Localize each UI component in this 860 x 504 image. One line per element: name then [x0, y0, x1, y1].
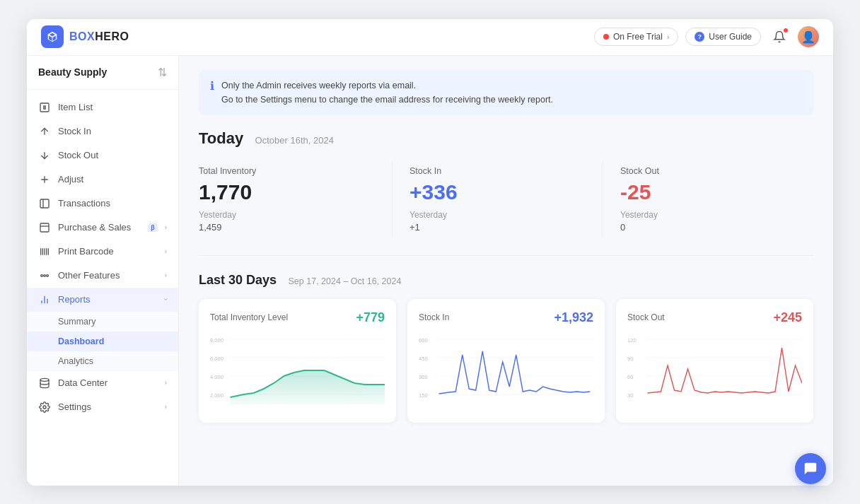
stock-in-label: Stock In: [409, 166, 586, 176]
chart2-area: 600 450 300 150: [419, 334, 593, 411]
chart1-title: Total Inventory Level: [210, 312, 288, 322]
sidebar-item-label: Data Center: [58, 377, 158, 388]
question-icon: ?: [695, 32, 704, 42]
chat-button[interactable]: [795, 453, 826, 484]
svg-text:6,000: 6,000: [210, 355, 224, 361]
svg-point-23: [40, 378, 49, 381]
trial-button[interactable]: On Free Trial ›: [594, 28, 678, 46]
last30-title: Last 30 Days: [199, 273, 277, 288]
svg-text:120: 120: [627, 336, 637, 343]
logo-icon: [41, 25, 64, 48]
sidebar-item-purchase-sales[interactable]: Purchase & Sales β ›: [27, 216, 178, 240]
svg-text:30: 30: [627, 392, 634, 398]
yesterday-label2: Yesterday: [409, 210, 586, 220]
stock-out-icon: [38, 149, 51, 162]
sidebar-item-label: Item List: [58, 102, 167, 112]
notification-button[interactable]: [768, 25, 791, 48]
sidebar-settings-icon[interactable]: ⇅: [158, 66, 167, 79]
chart1-area: 8,000 6,000 4,000 2,000: [210, 334, 385, 411]
chevron-down-icon: ›: [165, 271, 167, 279]
info-banner: ℹ Only the Admin receives weekly reports…: [199, 70, 813, 115]
svg-rect-10: [40, 223, 49, 232]
reports-icon: [38, 293, 51, 306]
sidebar-item-other-features[interactable]: Other Features ›: [27, 264, 178, 288]
sidebar-item-summary[interactable]: Summary: [27, 312, 178, 332]
data-icon: [38, 377, 51, 389]
list-icon: [38, 101, 51, 114]
sidebar-item-label: Stock Out: [58, 150, 167, 160]
sidebar-item-label: Transactions: [58, 198, 167, 209]
svg-text:150: 150: [419, 392, 428, 398]
yesterday-val2: +1: [409, 222, 586, 233]
svg-text:600: 600: [419, 336, 428, 343]
banner-text: Only the Admin receives weekly reports v…: [221, 78, 553, 107]
stat-stock-in: Stock In +336 Yesterday +1: [392, 160, 603, 238]
last30-header: Last 30 Days Sep 17, 2024 – Oct 16, 2024: [199, 273, 813, 288]
sidebar-item-label: Other Features: [58, 270, 158, 281]
sidebar-item-label: Adjust: [58, 174, 167, 184]
stock-in-icon: [38, 125, 51, 138]
charts-row: Total Inventory Level +779 8,000 6,000 4…: [199, 299, 813, 423]
stat-total-inventory: Total Inventory 1,770 Yesterday 1,459: [199, 160, 392, 238]
last30-range: Sep 17, 2024 – Oct 16, 2024: [289, 276, 402, 286]
chart2-header: Stock In +1,932: [419, 310, 593, 325]
barcode-icon: [38, 245, 51, 258]
chart1-header: Total Inventory Level +779: [210, 310, 385, 325]
sidebar-item-settings[interactable]: Settings ›: [27, 395, 178, 419]
total-inventory-value: 1,770: [199, 180, 375, 204]
sidebar-item-label: Purchase & Sales: [58, 222, 141, 233]
sidebar-item-label: Stock In: [58, 126, 167, 136]
sidebar-item-label: Settings: [58, 402, 158, 412]
reports-submenu: Summary Dashboard Analytics: [27, 312, 178, 371]
stats-row: Total Inventory 1,770 Yesterday 1,459 St…: [199, 160, 813, 256]
purchase-icon: [38, 221, 51, 234]
sidebar-item-data-center[interactable]: Data Center ›: [27, 371, 178, 395]
sidebar-item-adjust[interactable]: Adjust: [27, 168, 178, 192]
main-layout: Beauty Supply ⇅ Item List: [27, 56, 833, 486]
chart1-value: +779: [356, 310, 385, 325]
chart-stock-in: Stock In +1,932 600 450 300 150: [407, 299, 605, 423]
titlebar: BOXHERO On Free Trial › ? User Guide 👤: [27, 19, 833, 56]
svg-point-17: [44, 274, 46, 276]
chart-total-inventory: Total Inventory Level +779 8,000 6,000 4…: [199, 299, 396, 423]
svg-point-18: [41, 274, 43, 276]
sidebar-item-analytics[interactable]: Analytics: [27, 351, 178, 371]
banner-line2: Go to the Settings menu to change the em…: [221, 93, 553, 107]
sidebar-item-reports[interactable]: Reports ›: [27, 288, 178, 312]
sidebar-nav: Item List Stock In Stock Out: [27, 90, 178, 486]
other-icon: [38, 269, 51, 282]
titlebar-left: BOXHERO: [41, 25, 129, 48]
app-container: BOXHERO On Free Trial › ? User Guide 👤: [0, 0, 860, 504]
settings-icon: [38, 401, 51, 414]
stat-stock-out: Stock Out -25 Yesterday 0: [603, 160, 813, 238]
info-icon: ℹ: [210, 79, 214, 93]
today-title: Today: [199, 129, 243, 148]
notification-badge: [782, 27, 789, 34]
chart3-header: Stock Out +245: [627, 310, 802, 325]
sidebar-item-transactions[interactable]: Transactions: [27, 192, 178, 216]
yesterday-label3: Yesterday: [620, 210, 796, 220]
sidebar-item-stock-out[interactable]: Stock Out: [27, 143, 178, 168]
avatar[interactable]: 👤: [798, 26, 819, 47]
sidebar-item-stock-in[interactable]: Stock In: [27, 119, 178, 143]
sidebar-header: Beauty Supply ⇅: [27, 56, 178, 90]
svg-point-19: [47, 274, 49, 276]
titlebar-right: On Free Trial › ? User Guide 👤: [594, 25, 819, 48]
beta-badge: β: [148, 223, 158, 232]
sidebar-item-dashboard[interactable]: Dashboard: [27, 332, 178, 351]
guide-label: User Guide: [709, 32, 752, 42]
chevron-down-icon: ›: [165, 403, 167, 411]
sidebar-item-print-barcode[interactable]: Print Barcode ›: [27, 240, 178, 264]
yesterday-label1: Yesterday: [199, 210, 375, 220]
sidebar-item-item-list[interactable]: Item List: [27, 95, 178, 119]
chevron-icon: ›: [667, 33, 669, 41]
svg-text:60: 60: [627, 373, 634, 380]
stock-in-value: +336: [409, 180, 586, 204]
chart2-value: +1,932: [554, 310, 593, 325]
chevron-up-icon: ›: [162, 298, 170, 300]
chevron-down-icon: ›: [165, 223, 167, 231]
guide-button[interactable]: ? User Guide: [685, 28, 761, 46]
store-name: Beauty Supply: [38, 66, 107, 78]
svg-text:4,000: 4,000: [210, 373, 224, 380]
svg-text:300: 300: [419, 373, 428, 380]
